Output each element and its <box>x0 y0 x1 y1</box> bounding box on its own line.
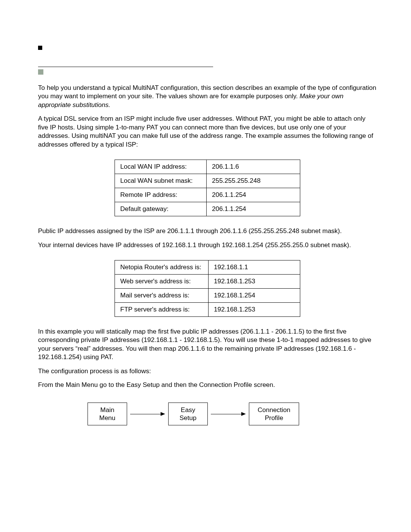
table-row: Remote IP address: 206.1.1.254 <box>115 188 300 202</box>
section-marker-icon <box>38 69 43 75</box>
wan-settings-table: Local WAN IP address: 206.1.1.6 Local WA… <box>115 160 300 216</box>
document-page: To help you understand a typical MultiNA… <box>0 0 411 456</box>
cell-value: 206.1.1.254 <box>207 188 300 202</box>
cell-label: Local WAN subnet mask: <box>115 174 207 188</box>
cell-label: Default gateway: <box>115 202 207 216</box>
cell-value: 192.168.1.253 <box>209 274 300 288</box>
arrow-right-icon <box>130 414 165 414</box>
paragraph-public-ips: Public IP addresses assigned by the ISP … <box>38 227 377 235</box>
navigation-flow-diagram: Main Menu Easy Setup Connection Profile <box>88 403 377 426</box>
table-row: Local WAN IP address: 206.1.1.6 <box>115 160 300 174</box>
nav-box-connection-profile: Connection Profile <box>249 403 299 426</box>
cell-value: 192.168.1.1 <box>209 260 300 274</box>
cell-label: Remote IP address: <box>115 188 207 202</box>
nav-box-line: Main <box>100 406 115 414</box>
nav-box-line: Connection <box>258 406 290 414</box>
nav-box-line: Easy <box>181 406 195 414</box>
cell-label: Web server's address is: <box>115 274 209 288</box>
table-row: Netopia Router's address is: 192.168.1.1 <box>115 260 300 274</box>
paragraph-mapping: In this example you will statically map … <box>38 328 377 362</box>
paragraph-process-heading: The configuration process is as follows: <box>38 367 377 375</box>
cell-label: Local WAN IP address: <box>115 160 207 174</box>
bullet-marker-icon <box>38 46 42 50</box>
paragraph-navigation: From the Main Menu go to the Easy Setup … <box>38 381 377 389</box>
internal-addresses-table: Netopia Router's address is: 192.168.1.1… <box>115 260 300 317</box>
cell-value: 206.1.1.254 <box>207 202 300 216</box>
nav-box-line: Setup <box>180 414 196 422</box>
table-row: Local WAN subnet mask: 255.255.255.248 <box>115 174 300 188</box>
table-row: FTP server's address is: 192.168.1.253 <box>115 302 300 316</box>
cell-value: 255.255.255.248 <box>207 174 300 188</box>
table-row: Web server's address is: 192.168.1.253 <box>115 274 300 288</box>
nav-box-main-menu: Main Menu <box>88 403 127 426</box>
arrow-right-icon <box>211 414 246 414</box>
cell-label: Netopia Router's address is: <box>115 260 209 274</box>
table-row: Default gateway: 206.1.1.254 <box>115 202 300 216</box>
table-row: Mail server's address is: 192.168.1.254 <box>115 288 300 302</box>
nav-box-line: Menu <box>99 414 116 422</box>
nav-box-easy-setup: Easy Setup <box>168 403 208 426</box>
section-divider <box>38 67 213 67</box>
paragraph-scenario: A typical DSL service from an ISP might … <box>38 115 377 149</box>
cell-value: 192.168.1.253 <box>209 302 300 316</box>
cell-value: 206.1.1.6 <box>207 160 300 174</box>
cell-label: Mail server's address is: <box>115 288 209 302</box>
cell-label: FTP server's address is: <box>115 302 209 316</box>
cell-value: 192.168.1.254 <box>209 288 300 302</box>
paragraph-intro: To help you understand a typical MultiNA… <box>38 84 377 109</box>
paragraph-internal-ips: Your internal devices have IP addresses … <box>38 241 377 249</box>
nav-box-line: Profile <box>265 414 283 422</box>
